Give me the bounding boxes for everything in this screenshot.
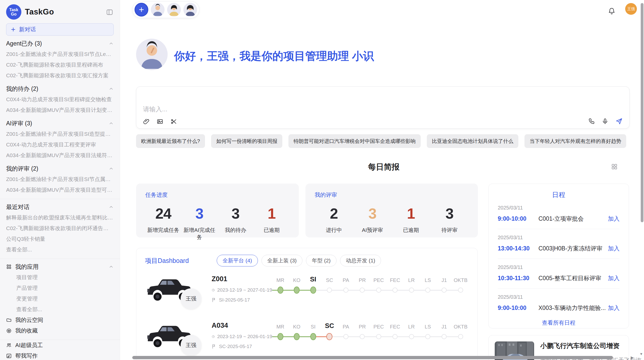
section-header-my-todo[interactable]: 我的待办 (2) (6, 83, 114, 94)
chevron-up-icon[interactable] (109, 204, 114, 209)
suggestion-chip[interactable]: 特朗普可能对进口汽车增税会对中国车企造成哪些影响 (288, 134, 421, 148)
stat-in-progress: 2进行中 (315, 205, 353, 234)
sidebar-item-help-write[interactable]: 帮我写作 (6, 351, 114, 360)
milestone-ls[interactable]: LS (420, 274, 436, 296)
section-header-my-apps[interactable]: 我的应用 (6, 261, 114, 272)
recent-chat-item[interactable]: 公司Q3轻卡销量 (6, 234, 114, 244)
sidebar-item-ai-employee[interactable]: AI超级员工 (6, 340, 114, 351)
view-all-schedule-link[interactable]: 查看所有日程 (498, 319, 620, 327)
agent-avatar-2[interactable] (167, 3, 181, 17)
view-all-chats[interactable]: 查看全部... (6, 244, 114, 255)
tab-all-new-topside[interactable]: 全新上装 (3) (261, 255, 303, 266)
milestone-si[interactable]: SI (305, 274, 321, 296)
tab-powertrain-dev[interactable]: 动总开发 (1) (340, 255, 381, 266)
join-button[interactable]: 加入 (608, 274, 620, 282)
milestone-j1[interactable]: J1 (436, 321, 452, 342)
section-header-my-review[interactable]: 我的评审 (2) (6, 163, 114, 174)
sidebar-item[interactable]: Z001-全新燃油轻卡产品开发项目SI节点属性5D文件评审 (6, 174, 114, 185)
milestone-si[interactable]: SI (305, 321, 321, 342)
join-button[interactable]: 加入 (608, 245, 620, 252)
agent-avatar-3[interactable] (183, 3, 197, 17)
scroll-down-arrow-icon[interactable]: ▼ (639, 352, 643, 356)
section-label: 我的评审 (2) (6, 165, 38, 173)
milestone-pr[interactable]: PR (354, 274, 370, 296)
milestone-ls[interactable]: LS (420, 321, 436, 342)
sidebar-item[interactable]: Z001-全新燃油轻卡产品开发项目SI造型提交物评审 (6, 129, 114, 139)
sidebar-item[interactable]: A034-全新新能源MUV产品开发项目计划变更表编写 (6, 105, 114, 115)
stat-new-done: 24新增完成任务 (145, 205, 181, 241)
image-icon[interactable] (157, 118, 163, 125)
milestone-sc[interactable]: SC (321, 274, 338, 296)
sidebar-item[interactable]: C02-飞腾新能源轻客改款项目立项汇报方案 (6, 70, 114, 81)
suggestion-chip[interactable]: 当下年轻人对汽车外观有怎样的喜好趋势 (524, 134, 626, 148)
sidebar-item[interactable]: C0X4-动力总成开发项目工程变更评审 (6, 139, 114, 150)
milestone-sc[interactable]: SC (321, 321, 338, 342)
milestone-fec[interactable]: FEC (387, 321, 403, 342)
section-label: 最近对话 (6, 203, 30, 211)
milestone-oktb[interactable]: OKTB (452, 274, 469, 296)
sidebar-item[interactable]: A034-全新新能源MUV产品开发项目造型可行性评审 (6, 185, 114, 195)
send-icon[interactable] (616, 118, 623, 125)
sidebar-item[interactable]: C0X4-动力总成开发项目SI里程碑提交物检查 (6, 94, 114, 105)
sidebar-collapse-icon[interactable] (106, 9, 113, 16)
suggestion-chip[interactable]: 比亚迪全固态电池计划具体说了什么 (427, 134, 518, 148)
project-row-a034[interactable]: 王强 A034 2023-12-19 ~ 2026-01-19 SC-2025-… (145, 320, 469, 359)
chevron-up-icon[interactable] (109, 121, 114, 126)
milestone-ko[interactable]: KO (288, 321, 305, 342)
recent-chat-item[interactable]: C02-飞腾新能源轻客改款项目的闭环通告反馈情况 (6, 223, 114, 234)
milestone-pec[interactable]: PEC (371, 321, 387, 342)
user-avatar[interactable]: 王强 (625, 3, 637, 15)
voice-call-icon[interactable] (588, 118, 595, 125)
sidebar-item[interactable]: A034-全新新能源MUV产品开发项目法规符合性评审 (6, 150, 114, 161)
suggestion-chip[interactable]: 欧洲新规最近颁布了什么? (136, 134, 205, 148)
notification-bell-icon[interactable] (608, 7, 616, 15)
milestone-track: MRKOSISCPAPRPECFECLRLSJ1OKTB (272, 320, 469, 342)
horizontal-scrollbar-thumb[interactable] (132, 356, 613, 359)
chevron-up-icon[interactable] (109, 166, 114, 171)
plus-icon (138, 6, 145, 13)
app-item-project-mgmt[interactable]: 项目管理 (6, 272, 114, 283)
milestone-mr[interactable]: MR (272, 321, 288, 342)
chevron-up-icon[interactable] (109, 264, 114, 269)
sidebar-item[interactable]: C02-飞腾新能源轻客改款项目里程碑画布 (6, 59, 114, 70)
section-header-recent-chats[interactable]: 最近对话 (6, 202, 114, 212)
chevron-up-icon[interactable] (109, 41, 114, 46)
view-all-apps[interactable]: 查看全部... (6, 304, 114, 315)
milestone-pec[interactable]: PEC (371, 274, 387, 296)
add-agent-button[interactable] (135, 3, 148, 17)
app-item-product-mgmt[interactable]: 产品管理 (6, 283, 114, 293)
agent-avatar-1[interactable] (151, 3, 165, 17)
chevron-up-icon[interactable] (109, 86, 114, 91)
scroll-right-arrow-icon[interactable]: ▶ (631, 355, 634, 360)
milestone-oktb[interactable]: OKTB (452, 321, 469, 342)
milestone-pr[interactable]: PR (354, 321, 370, 342)
suggestion-chip[interactable]: 如何写一份清晰的项目周报 (211, 134, 282, 148)
microphone-icon[interactable] (602, 118, 608, 125)
tab-model-year[interactable]: 年型 (2) (306, 255, 336, 266)
layout-grid-icon[interactable] (611, 163, 618, 170)
sidebar-item[interactable]: Z001-全新燃油皮卡产品开发项目SI节点Lesson Learn报告 (6, 49, 114, 59)
milestone-j1[interactable]: J1 (436, 274, 452, 296)
project-row-z001[interactable]: 王强 Z001 2023-12-19 ~ 2027-01-19 SI-2025-… (145, 274, 469, 313)
new-chat-button[interactable]: 新对话 (6, 23, 114, 36)
attachment-icon[interactable] (143, 118, 150, 125)
sidebar-item-favorites[interactable]: 我的收藏 (6, 325, 114, 336)
milestone-mr[interactable]: MR (272, 274, 288, 296)
milestone-lr[interactable]: LR (403, 321, 419, 342)
join-button[interactable]: 加入 (608, 215, 620, 223)
vertical-scrollbar-thumb[interactable] (641, 3, 643, 222)
scissors-icon[interactable] (170, 118, 177, 125)
join-button[interactable]: 加入 (608, 304, 620, 312)
tab-all-new-platform[interactable]: 全新平台 (4) (217, 255, 258, 266)
section-header-agent-done[interactable]: Agent已办 (3) (6, 38, 114, 49)
milestone-ko[interactable]: KO (288, 274, 305, 296)
app-item-change-mgmt[interactable]: 变更管理 (6, 293, 114, 304)
milestone-fec[interactable]: FEC (387, 274, 403, 296)
section-header-ai-review[interactable]: AI评审 (3) (6, 118, 114, 129)
milestone-pa[interactable]: PA (338, 321, 354, 342)
milestone-pa[interactable]: PA (338, 274, 354, 296)
milestone-lr[interactable]: LR (403, 274, 419, 296)
chat-input[interactable]: 请输入... (136, 86, 630, 129)
recent-chat-item[interactable]: 解释最新出台的欧盟报废车法规再生塑料比例被调至15%... (6, 212, 114, 223)
sidebar-item-cloud-space[interactable]: 我的云空间 (6, 315, 114, 325)
